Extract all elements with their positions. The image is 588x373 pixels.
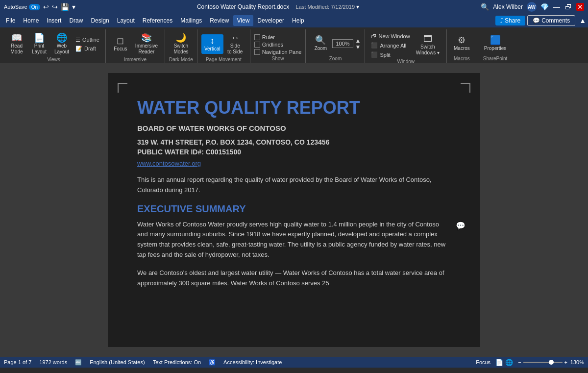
zoom-out-btn[interactable]: − (518, 359, 521, 365)
show-label: Show (272, 56, 284, 63)
document-website[interactable]: www.contosowater.org (137, 160, 451, 167)
page-movement-label: Page Movement (206, 57, 242, 64)
web-layout-button[interactable]: 🌐 WebLayout (51, 31, 73, 57)
menu-item-references[interactable]: References (139, 15, 176, 26)
search-icon[interactable]: 🔍 (481, 3, 489, 11)
print-layout-icon: 📄 (34, 33, 45, 42)
immersive-reader-button[interactable]: 📚 ImmersiveReader (132, 31, 161, 57)
zoom-icon: 🔍 (315, 36, 326, 45)
accessibility-icon: ♿ (209, 359, 216, 366)
save-icon[interactable]: 💾 (61, 3, 69, 11)
menu-item-review[interactable]: Review (206, 15, 233, 26)
modified-dropdown-icon[interactable]: ▾ (356, 3, 359, 10)
menu-item-insert[interactable]: Insert (43, 15, 65, 26)
arrange-all-icon: ⬛ (371, 42, 378, 49)
restore-btn[interactable]: 🗗 (564, 3, 572, 11)
web-view-icon[interactable]: 🌐 (505, 359, 513, 366)
comment-bubble-icon[interactable]: 💬 (456, 220, 466, 232)
user-avatar: AW (527, 2, 537, 12)
track-changes-icon[interactable]: 🔤 (75, 359, 82, 366)
autosave-toggle[interactable]: AutoSave On (4, 4, 40, 10)
dark-mode-label: Dark Mode (169, 57, 193, 64)
print-view-icon[interactable]: 📄 (495, 359, 503, 366)
more-tools-icon[interactable]: ▾ (72, 3, 75, 11)
zoom-group: 🔍 Zoom 100% ▲ ▼ Zoom (306, 29, 365, 63)
split-icon: ⬛ (371, 51, 378, 58)
premium-icon: 💎 (540, 3, 549, 11)
minimize-btn[interactable]: — (553, 3, 561, 11)
user-name: Alex Wilber (493, 3, 523, 10)
status-right: Focus 📄 🌐 − + 130% (476, 359, 584, 366)
navigation-pane-checkbox[interactable]: Navigation Pane (254, 49, 302, 55)
zoom-slider-track[interactable] (523, 362, 563, 363)
read-mode-button[interactable]: 📖 ReadMode (6, 31, 27, 57)
switch-modes-icon: 🌙 (175, 33, 186, 42)
document-public-id: PUBLIC WATER ID#: C00151500 (137, 148, 451, 156)
split-button[interactable]: ⬛ Split (369, 50, 412, 59)
filename: Contoso Water Quality Report.docx (197, 3, 289, 10)
menu-item-view[interactable]: View (233, 15, 254, 26)
share-icon: ⤴ (500, 17, 503, 24)
arrange-all-button[interactable]: ⬛ Arrange All (369, 41, 412, 50)
title-bar-center: Contoso Water Quality Report.docx Last M… (75, 3, 481, 10)
zoom-in-icon[interactable]: ▲ (355, 38, 361, 44)
side-to-side-icon: ↔ (231, 33, 240, 42)
view-mode-icons: 📄 🌐 (495, 359, 513, 366)
redo-icon[interactable]: ↪ (52, 3, 58, 11)
sharepoint-label: SharePoint (483, 56, 507, 63)
menu-item-help[interactable]: Help (288, 15, 308, 26)
show-group: Ruler Gridlines Navigation Pane Show (250, 29, 306, 63)
macros-button[interactable]: ⚙ Macros (451, 34, 473, 53)
views-label: Views (47, 57, 60, 64)
exec-summary-p2: We are Contoso's oldest and largest wate… (137, 268, 451, 289)
zoom-button[interactable]: 🔍 Zoom (310, 34, 331, 53)
sharepoint-group: 🟦 Properties SharePoint (477, 29, 514, 63)
comments-button[interactable]: 💬 Comments (527, 15, 575, 26)
menu-item-draw[interactable]: Draw (65, 15, 87, 26)
zoom-in-btn[interactable]: + (564, 359, 567, 365)
document-intro: This is an annual report regarding the q… (137, 175, 451, 196)
macros-label: Macros (454, 56, 470, 63)
window-group: 🗗 New Window ⬛ Arrange All ⬛ Split 🗔 Swi… (365, 29, 447, 63)
focus-button[interactable]: ◻ Focus (110, 34, 131, 54)
zoom-slider-thumb (549, 360, 554, 365)
menu-item-design[interactable]: Design (87, 15, 113, 26)
share-button[interactable]: ⤴ Share (495, 16, 525, 25)
print-layout-button[interactable]: 📄 PrintLayout (28, 31, 50, 57)
menu-item-mailings[interactable]: Mailings (176, 15, 206, 26)
outline-button[interactable]: ☰ Outline (74, 36, 101, 44)
ribbon-collapse-icon[interactable]: ▲ (579, 17, 586, 25)
status-bar: Page 1 of 7 1972 words 🔤 English (United… (0, 357, 588, 368)
zoom-slider[interactable]: − + 130% (518, 359, 584, 365)
page-info: Page 1 of 7 (4, 359, 31, 365)
menu-item-file[interactable]: File (2, 15, 19, 26)
language[interactable]: English (United States) (90, 359, 145, 365)
draft-button[interactable]: 📝 Draft (74, 45, 101, 53)
ruler-checkbox[interactable]: Ruler (254, 34, 302, 40)
new-window-icon: 🗗 (371, 33, 376, 39)
gridlines-checkbox[interactable]: Gridlines (254, 42, 302, 48)
switch-modes-button[interactable]: 🌙 SwitchModes (170, 31, 192, 57)
undo-icon[interactable]: ↩ (43, 3, 49, 11)
switch-windows-icon: 🗔 (423, 34, 432, 43)
new-window-button[interactable]: 🗗 New Window (369, 32, 412, 40)
word-count: 1972 words (39, 359, 67, 365)
exec-summary-p1: Water Works of Contoso Water proudly ser… (137, 220, 451, 260)
menu-item-layout[interactable]: Layout (113, 15, 139, 26)
zoom-value-box[interactable]: 100% (332, 39, 353, 48)
text-predictions: Text Predictions: On (153, 359, 201, 365)
menu-item-home[interactable]: Home (19, 15, 43, 26)
accessibility-label[interactable]: Accessibility: Investigate (223, 359, 282, 365)
switch-windows-button[interactable]: 🗔 SwitchWindows ▾ (413, 32, 442, 58)
zoom-out-icon[interactable]: ▼ (355, 44, 361, 50)
autosave-state[interactable]: On (29, 4, 40, 10)
document-subtitle: BOARD OF WATER WORKS OF CONTOSO (137, 124, 451, 132)
title-bar: AutoSave On ↩ ↪ 💾 ▾ Contoso Water Qualit… (0, 0, 588, 14)
properties-button[interactable]: 🟦 Properties (481, 34, 510, 53)
side-to-side-button[interactable]: ↔ Sideto Side (224, 31, 246, 57)
close-btn[interactable]: ✕ (576, 3, 584, 11)
zoom-percent[interactable]: 130% (569, 359, 584, 365)
focus-button[interactable]: Focus (476, 359, 490, 365)
vertical-button[interactable]: ↕ Vertical (201, 34, 223, 54)
menu-item-developer[interactable]: Developer (253, 15, 288, 26)
